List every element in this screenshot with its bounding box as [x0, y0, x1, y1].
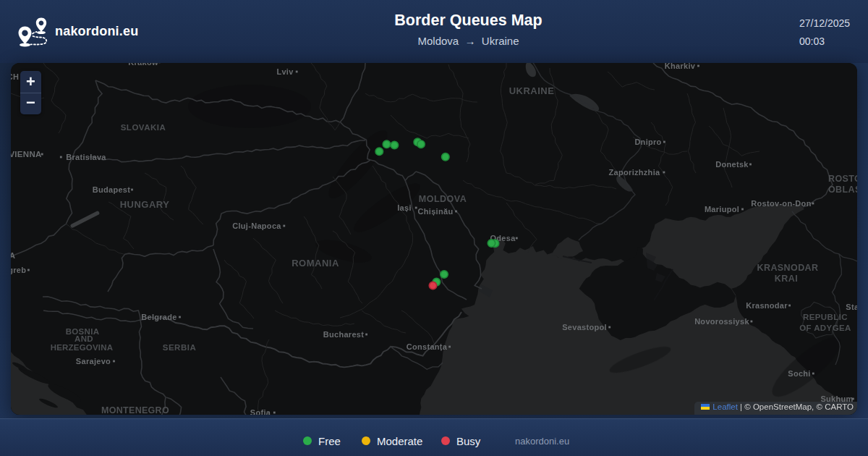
svg-text:Belgrade: Belgrade [141, 313, 176, 321]
svg-text:Zagreb: Zagreb [11, 266, 26, 274]
svg-text:ROMANIA: ROMANIA [292, 258, 339, 269]
svg-text:HERZEGOVINA: HERZEGOVINA [51, 343, 114, 352]
svg-text:Cluj-Napoca: Cluj-Napoca [232, 221, 281, 230]
svg-text:Sevastopol: Sevastopol [562, 323, 607, 332]
svg-text:VIENNA: VIENNA [11, 150, 42, 159]
svg-text:SERBIA: SERBIA [163, 343, 196, 352]
svg-text:ROSTOV: ROSTOV [828, 174, 857, 184]
svg-text:Kharkiv: Kharkiv [665, 63, 696, 70]
svg-text:KRAI: KRAI [775, 274, 799, 284]
svg-text:Iași: Iași [397, 203, 412, 212]
svg-text:Donetsk: Donetsk [715, 160, 749, 169]
svg-text:MONTENEGRO: MONTENEGRO [101, 405, 169, 415]
svg-text:Bratislava: Bratislava [66, 153, 106, 161]
svg-text:AND: AND [75, 334, 93, 343]
svg-text:Sarajevo: Sarajevo [76, 357, 111, 366]
svg-text:Stavropol: Stavropol [846, 303, 857, 311]
svg-text:Krasnodar: Krasnodar [746, 301, 788, 310]
svg-text:Constanța: Constanța [407, 342, 448, 351]
svg-text:Lviv: Lviv [276, 67, 294, 76]
svg-text:A: A [11, 251, 15, 260]
svg-text:CH: CH [11, 72, 19, 81]
svg-text:KRASNODAR: KRASNODAR [757, 263, 819, 273]
svg-text:Kraków: Kraków [128, 63, 158, 67]
svg-text:UKRAINE: UKRAINE [509, 85, 555, 96]
svg-text:REPUBLIC: REPUBLIC [803, 313, 848, 321]
svg-text:Bucharest: Bucharest [323, 330, 365, 339]
svg-text:Dnipro: Dnipro [634, 138, 661, 146]
svg-text:OBLAST: OBLAST [828, 185, 857, 195]
svg-text:Novorossiysk: Novorossiysk [694, 317, 749, 326]
svg-text:Sochi: Sochi [788, 369, 810, 378]
svg-text:HUNGARY: HUNGARY [120, 199, 170, 210]
svg-text:Mariupol: Mariupol [705, 205, 739, 214]
svg-text:Chișinău: Chișinău [418, 207, 454, 216]
svg-text:MOLDOVA: MOLDOVA [419, 194, 467, 204]
svg-text:OF ADYGEA: OF ADYGEA [799, 324, 851, 332]
svg-text:Rostov-on-Don: Rostov-on-Don [751, 199, 811, 208]
svg-text:Sofia: Sofia [250, 408, 271, 415]
svg-text:SLOVAKIA: SLOVAKIA [121, 123, 166, 132]
svg-text:Budapest: Budapest [93, 185, 131, 194]
svg-text:Zaporizhzhia: Zaporizhzhia [609, 168, 660, 177]
